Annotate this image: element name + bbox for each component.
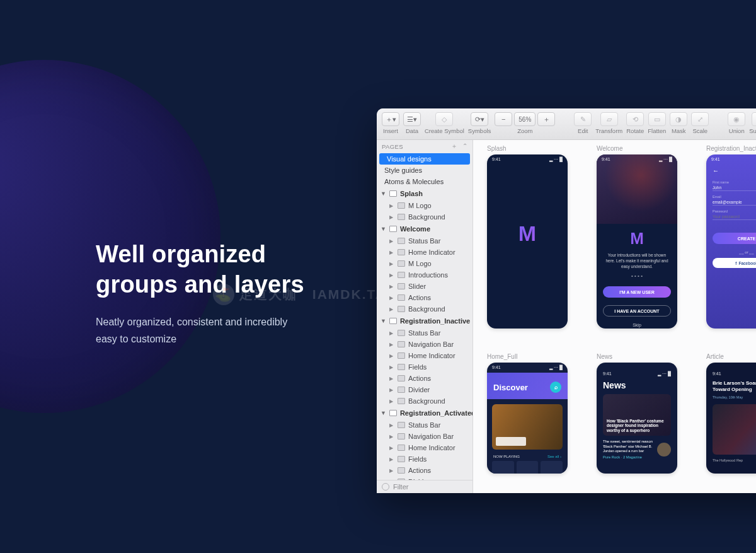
chevron-right-icon[interactable]: ▶ (389, 238, 394, 244)
artboard-row[interactable]: ▼Registration_Activated (377, 407, 472, 419)
layer-row[interactable]: ▶Divider (377, 476, 472, 480)
chevron-down-icon[interactable]: ▼ (381, 410, 386, 416)
chevron-right-icon[interactable]: ▶ (389, 387, 394, 393)
chevron-right-icon[interactable]: ▶ (389, 330, 394, 336)
layer-row[interactable]: ▶Home Indicator (377, 442, 472, 453)
chevron-right-icon[interactable]: ▶ (389, 364, 394, 370)
artboard-home[interactable]: Home_Full 9:41▂ ⋯ █ Discover ⌕ NOW PLAYI… (487, 353, 568, 474)
layer-row[interactable]: ▶Divider (377, 384, 472, 395)
tb-data[interactable]: ☰▾ Data (403, 112, 421, 134)
chevron-right-icon[interactable]: ▶ (389, 250, 394, 255)
tb-symbols[interactable]: ⟳▾ Symbols (468, 112, 491, 134)
layer-row[interactable]: ▶Actions (377, 292, 472, 303)
new-user-button[interactable]: I'M A NEW USER (603, 286, 671, 298)
chevron-right-icon[interactable]: ▶ (389, 457, 394, 462)
chevron-right-icon[interactable]: ▶ (389, 399, 394, 404)
chevron-right-icon[interactable]: ▶ (389, 434, 394, 439)
artboard-row[interactable]: ▼Welcome (377, 223, 472, 235)
chevron-right-icon[interactable]: ▶ (389, 214, 394, 220)
see-all-link[interactable]: See all › (547, 455, 561, 458)
first-name-field[interactable]: First name (713, 180, 756, 191)
password-field[interactable]: Password (713, 209, 756, 220)
tb-transform[interactable]: ▱Transform (595, 112, 622, 134)
layer-row[interactable]: ▶Background (377, 303, 472, 315)
news-hero[interactable]: How 'Black Panther' costume designer fou… (603, 394, 671, 436)
layer-row[interactable]: ▶Navigation Bar (377, 431, 472, 442)
chevron-right-icon[interactable]: ▶ (389, 261, 394, 267)
news-title: News (603, 380, 671, 390)
back-icon[interactable]: ← (706, 165, 756, 177)
tb-edit[interactable]: ✎Edit (574, 112, 592, 134)
layer-row[interactable]: ▶Actions (377, 373, 472, 384)
toolbar: ＋▾ Insert ☰▾ Data ◇ Create Symbol ⟳▾ Sym… (377, 108, 756, 140)
layer-row[interactable]: ▶Home Indicator (377, 247, 472, 258)
chevron-down-icon[interactable]: ▼ (381, 318, 386, 324)
layer-row[interactable]: ▶Background (377, 395, 472, 407)
email-field[interactable]: Email (713, 195, 756, 206)
tb-rotate[interactable]: ⟲Rotate (626, 112, 644, 134)
facebook-button[interactable]: fFacebook (713, 258, 756, 268)
visibility-icon[interactable] (382, 483, 389, 491)
page-row[interactable]: Style guides (377, 165, 472, 176)
folder-icon (398, 422, 405, 428)
layer-row[interactable]: ▶M Logo (377, 258, 472, 269)
chevron-down-icon[interactable]: ▼ (381, 190, 386, 197)
tb-mask[interactable]: ◑Mask (670, 112, 687, 134)
artboard-splash[interactable]: Splash 9:41▂ ⋯ █ M (487, 145, 568, 329)
search-icon[interactable]: ⌕ (550, 381, 561, 393)
poster-row[interactable] (487, 458, 568, 474)
tb-scale[interactable]: ⤢Scale (691, 112, 709, 134)
chevron-right-icon[interactable]: ▶ (389, 203, 394, 209)
layer-row[interactable]: ▶Status Bar (377, 419, 472, 431)
chevron-right-icon[interactable]: ▶ (389, 445, 394, 451)
chevron-right-icon[interactable]: ▶ (389, 422, 394, 428)
chevron-right-icon[interactable]: ▶ (389, 353, 394, 359)
layer-row[interactable]: ▶Slider (377, 281, 472, 292)
canvas[interactable]: Splash 9:41▂ ⋯ █ M Welcome 9:41▂ ⋯ █ M Y… (473, 140, 756, 493)
chevron-right-icon[interactable]: ▶ (389, 295, 394, 301)
now-playing-label: NOW PLAYING (493, 455, 520, 458)
layer-row[interactable]: ▶Actions (377, 465, 472, 476)
tb-insert[interactable]: ＋▾ Insert (382, 112, 399, 134)
layer-row[interactable]: ▶M Logo (377, 200, 472, 211)
add-page-icon[interactable]: ＋ (451, 143, 457, 149)
layer-row[interactable]: ▶Background (377, 211, 472, 223)
tb-subtract[interactable]: ◎Subtract (749, 112, 756, 134)
chevron-right-icon[interactable]: ▶ (389, 479, 394, 480)
layer-row[interactable]: ▶Status Bar (377, 327, 472, 339)
skip-link[interactable]: Skip (597, 323, 677, 327)
chevron-right-icon[interactable]: ▶ (389, 468, 394, 474)
artboard-registration[interactable]: Registration_Inactive 9:41▂ ⋯ █ ← First … (706, 145, 756, 329)
chevron-right-icon[interactable]: ▶ (389, 306, 394, 312)
have-account-button[interactable]: I HAVE AN ACCOUNT (603, 305, 671, 317)
filter-row[interactable]: Filter (377, 480, 472, 493)
welcome-hero-image: 9:41▂ ⋯ █ (597, 154, 677, 224)
tb-union[interactable]: ◉Union (728, 112, 745, 134)
artboard-row[interactable]: ▼Splash (377, 187, 472, 200)
tb-zoom[interactable]: − 56% ＋ Zoom (495, 112, 555, 134)
artboard-row[interactable]: ▼Registration_Inactive (377, 315, 472, 327)
chevron-right-icon[interactable]: ▶ (389, 342, 394, 347)
layer-row[interactable]: ▶Navigation Bar (377, 339, 472, 350)
collapse-pages-icon[interactable]: ⌃ (462, 143, 467, 149)
artboard-news[interactable]: News 9:41▂ ⋯ █ News How 'Black Panther' … (597, 353, 677, 474)
layer-row[interactable]: ▶Introductions (377, 269, 472, 281)
page-row[interactable]: Atoms & Molecules (377, 176, 472, 187)
layer-row[interactable]: ▶Fields (377, 361, 472, 373)
layer-row[interactable]: ▶Home Indicator (377, 350, 472, 361)
chevron-right-icon[interactable]: ▶ (389, 284, 394, 289)
chevron-right-icon[interactable]: ▶ (389, 272, 394, 278)
news-story[interactable]: The sweet, sentimental reason 'Black Pan… (603, 439, 671, 460)
chevron-right-icon[interactable]: ▶ (389, 376, 394, 381)
tb-create-symbol[interactable]: ◇ Create Symbol (425, 112, 464, 134)
featured-movie-card[interactable] (492, 404, 563, 450)
artboard-article[interactable]: Article 9:41▂ ⋯ █ Brie Larson's Soaring … (706, 353, 756, 474)
artboard-welcome[interactable]: Welcome 9:41▂ ⋯ █ M Your introductions w… (597, 145, 677, 329)
create-button[interactable]: CREATE (713, 233, 756, 244)
folder-icon (398, 283, 405, 289)
chevron-down-icon[interactable]: ▼ (381, 226, 386, 232)
layer-row[interactable]: ▶Fields (377, 453, 472, 465)
layer-row[interactable]: ▶Status Bar (377, 235, 472, 247)
page-row[interactable]: Visual designs (379, 153, 470, 165)
tb-flatten[interactable]: ▭Flatten (648, 112, 666, 134)
